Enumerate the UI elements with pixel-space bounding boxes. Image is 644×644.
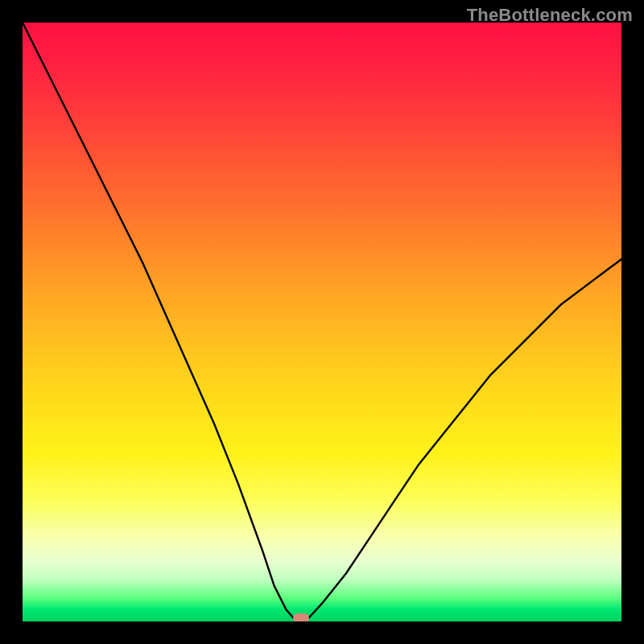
bottleneck-curve — [23, 23, 621, 621]
chart-frame: TheBottleneck.com — [0, 0, 644, 644]
optimum-marker — [293, 613, 309, 621]
plot-area — [23, 23, 621, 621]
